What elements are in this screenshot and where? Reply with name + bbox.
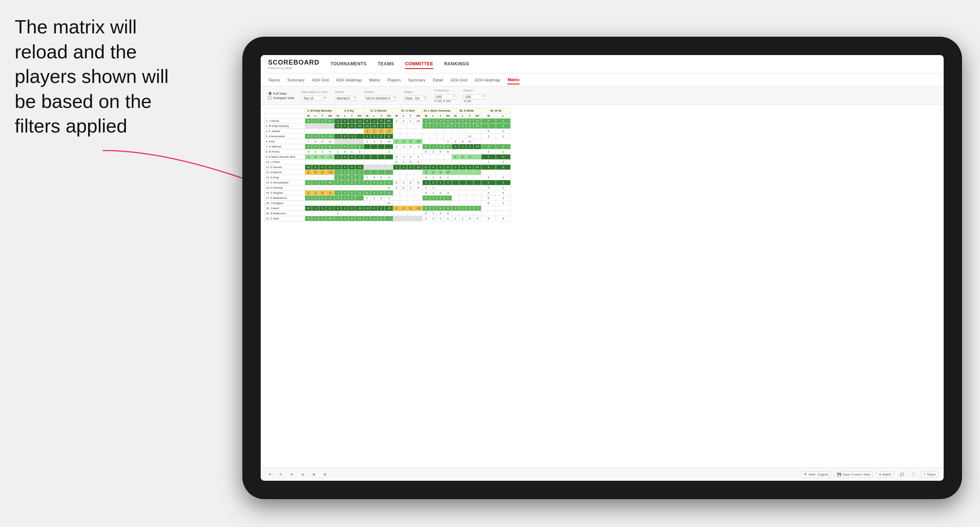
gender-select[interactable]: Women's Men's Both: [335, 96, 357, 101]
nav-tournaments[interactable]: TOURNAMENTS: [331, 59, 367, 69]
player-ady: 6. A Dy: [265, 139, 305, 144]
tab-summary[interactable]: Summary: [287, 76, 304, 84]
fullscreen-button[interactable]: ⛶: [910, 472, 918, 477]
cell: 0: [378, 119, 385, 124]
share-button[interactable]: ⤴ Share: [921, 471, 938, 478]
comment-button[interactable]: 💬: [898, 472, 906, 477]
cell: [444, 201, 452, 206]
cell: 1: [334, 170, 342, 175]
cell: -12: [414, 206, 423, 211]
matrix-area[interactable]: 2. M Kelly Mulcahy 6. A Dy 11. G Woods 2…: [261, 105, 943, 468]
save-custom-button[interactable]: 💾 Save Custom View: [835, 471, 873, 478]
redo-button[interactable]: ↻: [277, 472, 285, 477]
player-jimenez: 9. A Maria Jimenez Rios: [265, 154, 305, 160]
cell: 0: [305, 149, 312, 154]
cell: [407, 175, 414, 180]
cell: -15: [326, 134, 334, 139]
sh-webb-l: L: [459, 113, 466, 119]
tab-h2h-grid2[interactable]: H2H Grid: [450, 76, 468, 84]
cell: [400, 216, 407, 221]
cell: [371, 149, 378, 154]
compact-view-option[interactable]: Compact View: [268, 96, 294, 100]
cell: [437, 134, 444, 139]
tab-h2h-grid[interactable]: H2H Grid: [312, 76, 329, 84]
cell: 1: [348, 149, 355, 154]
table-row: 3. S Jelinek 0 2 0 17: [265, 129, 511, 134]
nav-teams[interactable]: TEAMS: [378, 59, 395, 69]
tab-detail[interactable]: Detail: [433, 76, 443, 84]
sh-schumac-dif: Dif: [444, 113, 452, 119]
full-view-option[interactable]: Full View: [268, 92, 294, 95]
cell: 2: [355, 144, 364, 149]
cell: [414, 216, 423, 221]
player-torres: 8. M Torres: [265, 149, 305, 154]
max-players-wrapper: Top 25 Top 50 All: [302, 94, 328, 101]
cell: 8: [444, 149, 452, 154]
view-original-button[interactable]: 👁 View: Original: [801, 471, 831, 478]
tab-matrix2[interactable]: Matrix: [508, 76, 519, 84]
undo-button[interactable]: ↺: [266, 472, 274, 477]
region-select[interactable]: East - DII West - DII South - DII: [404, 96, 427, 101]
cell: -20: [355, 206, 364, 211]
cell: [466, 185, 474, 190]
logo-title: SCOREBOARD: [268, 59, 320, 67]
cell: 1: [371, 119, 378, 124]
cell: 0: [385, 185, 393, 190]
cell: [319, 129, 326, 134]
cell: 4: [364, 119, 371, 124]
cell: [378, 149, 385, 154]
watch-button[interactable]: ● Watch: [877, 471, 894, 478]
players-wrapper1: (All): [463, 93, 485, 100]
refresh-button[interactable]: ⟳: [288, 472, 296, 477]
cell: 4: [430, 165, 437, 170]
cell: 1: [393, 139, 400, 144]
tab-matrix[interactable]: Matrix: [369, 76, 380, 84]
tab-h2h-heatmap2[interactable]: H2H Heatmap: [475, 76, 501, 84]
nav-rankings[interactable]: RANKINGS: [444, 59, 469, 69]
sh-ady-t: T: [348, 113, 355, 119]
tab-h2h-heatmap[interactable]: H2H Heatmap: [336, 76, 362, 84]
players-select1[interactable]: (All): [463, 94, 485, 100]
cell: 0: [319, 154, 326, 160]
nav-committee[interactable]: COMMITTEE: [405, 59, 433, 69]
cell: [305, 175, 312, 180]
full-view-radio[interactable]: [268, 92, 272, 95]
settings-button[interactable]: ⚙: [321, 472, 329, 477]
cell: 1: [407, 185, 414, 190]
tab-teams[interactable]: Teams: [268, 76, 280, 84]
cell: [459, 180, 466, 185]
tab-players[interactable]: Players: [387, 76, 401, 84]
col-header-woods: 11. G Woods: [364, 108, 393, 113]
zoom-out-button[interactable]: ⊖: [299, 472, 307, 477]
cell: [348, 211, 355, 216]
cell: [393, 195, 400, 201]
cell: 0: [364, 129, 371, 134]
cell: [393, 124, 400, 129]
cell: [407, 216, 414, 221]
gender-filter: Gender Women's Men's Both: [335, 90, 357, 101]
conference-select1[interactable]: (All): [434, 94, 456, 100]
table-row: 19. J Kanh 31 0 0 11 4 0 0 -20 13 0 0 -3…: [265, 206, 511, 211]
cell: 0: [348, 195, 355, 201]
cell: [407, 170, 414, 175]
max-players-select[interactable]: Top 25 Top 50 All: [302, 96, 324, 101]
player-mulcahy: 2. M Kelly Mulcahy: [265, 124, 305, 129]
cell: 2: [334, 144, 342, 149]
cell: [334, 139, 342, 144]
cell: [312, 129, 319, 134]
cell: 0: [312, 154, 319, 160]
cell: 1: [430, 211, 437, 216]
watch-label: Watch: [882, 473, 891, 476]
table-row: 5. A Nomrowski 1 0 0 -15 1 0 -1 1 1 0 9: [265, 134, 511, 139]
cell: [466, 180, 474, 185]
division-select[interactable]: NCAA Division II NCAA Division I NCAA Di…: [364, 96, 396, 101]
cell: [423, 160, 430, 165]
tab-summary2[interactable]: Summary: [408, 76, 426, 84]
cell: 0: [481, 149, 496, 154]
cell: [444, 134, 452, 139]
zoom-in-button[interactable]: ⊕: [310, 472, 318, 477]
compact-view-radio[interactable]: [268, 96, 272, 100]
cell: 0: [312, 144, 319, 149]
cell: [334, 201, 342, 206]
col-header-ady: 6. A Dy: [334, 108, 364, 113]
